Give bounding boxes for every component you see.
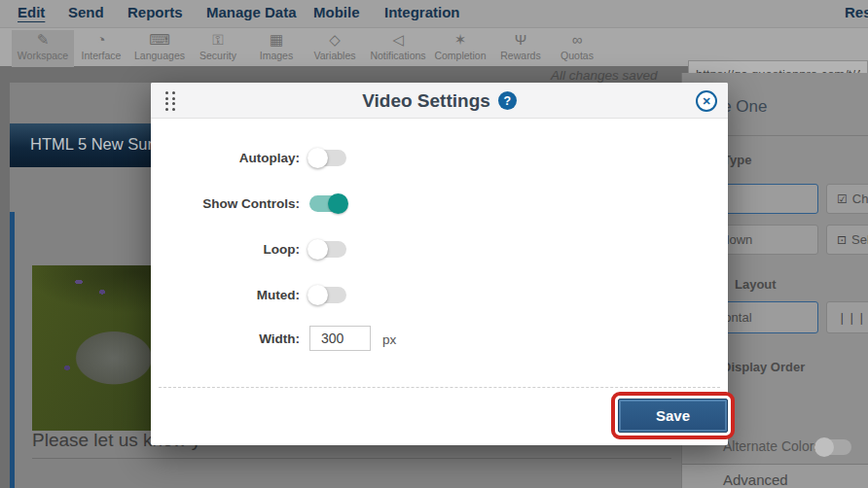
loop-toggle[interactable]: [309, 241, 346, 258]
tool-completion[interactable]: ✶ Completion: [429, 30, 491, 67]
rewards-trophy-icon: Ψ: [489, 30, 552, 50]
select-box-icon: ⊡: [837, 233, 847, 247]
security-key-icon: ⚿: [187, 30, 249, 50]
top-nav: Edit Send Reports Manage Data Mobile Int…: [0, 0, 868, 27]
tool-rewards[interactable]: Ψ Rewards: [489, 30, 552, 67]
footer-divider: [159, 387, 720, 388]
nav-edit[interactable]: Edit: [18, 4, 45, 20]
completion-wand-icon: ✶: [429, 30, 491, 50]
alternate-colors-label: Alternate Colors: [723, 438, 820, 454]
autoplay-toggle[interactable]: [309, 150, 346, 166]
show-controls-toggle[interactable]: [309, 195, 346, 212]
variables-tag-icon: ◇: [304, 30, 366, 50]
show-controls-row: Show Controls:: [151, 195, 728, 215]
notifications-megaphone-icon: ◁: [367, 30, 429, 50]
tool-notifications[interactable]: ◁ Notifications: [367, 30, 429, 67]
muted-toggle[interactable]: [309, 287, 346, 303]
tool-quotas[interactable]: ∞ Quotas: [546, 30, 608, 67]
autosave-status: All changes saved: [551, 68, 658, 83]
width-input[interactable]: [309, 326, 371, 351]
tool-variables[interactable]: ◇ Variables: [304, 30, 366, 67]
modal-title: Video Settings: [362, 90, 490, 112]
workspace-icon: ✎: [12, 30, 74, 50]
video-settings-modal: Video Settings ? ✕ Autoplay: Show Contro…: [151, 83, 728, 445]
layout-section-label: Layout: [735, 277, 777, 292]
languages-icon: ⌨: [128, 30, 191, 50]
width-unit-label: px: [382, 332, 396, 347]
question-divider: [32, 458, 671, 459]
tool-security[interactable]: ⚿ Security: [187, 30, 249, 67]
vertical-bars-icon: ❘❘❘: [837, 311, 866, 325]
tool-workspace[interactable]: ✎ Workspace: [12, 30, 74, 67]
muted-row: Muted:: [151, 287, 728, 306]
questionpro-editor-screen: Edit Send Reports Manage Data Mobile Int…: [0, 0, 868, 488]
autoplay-label: Autoplay:: [151, 150, 300, 167]
nav-integration[interactable]: Integration: [384, 4, 460, 20]
save-highlight-ring: Save: [611, 392, 735, 439]
type-select-button[interactable]: ⊡ Select: [826, 225, 868, 255]
images-icon: ▦: [245, 30, 307, 50]
nav-manage-data[interactable]: Manage Data: [206, 4, 297, 20]
nav-mobile[interactable]: Mobile: [313, 4, 360, 20]
nav-responses[interactable]: Resp: [845, 4, 868, 20]
display-order-label: Display Order: [722, 360, 805, 374]
muted-label: Muted:: [151, 287, 300, 304]
tool-languages[interactable]: ⌨ Languages: [128, 30, 191, 67]
show-controls-label: Show Controls:: [151, 195, 300, 213]
width-row: Width: px: [151, 331, 728, 350]
modal-header: Video Settings ? ✕: [151, 83, 728, 119]
layout-vertical-button[interactable]: ❘❘❘ Vertical: [826, 301, 868, 333]
nav-send[interactable]: Send: [68, 4, 104, 20]
width-label: Width:: [151, 331, 300, 348]
loop-row: Loop:: [151, 241, 728, 261]
alternate-colors-toggle[interactable]: [816, 439, 851, 455]
close-icon[interactable]: ✕: [696, 90, 717, 112]
help-icon[interactable]: ?: [498, 91, 517, 110]
save-button[interactable]: Save: [618, 399, 728, 433]
tool-images[interactable]: ▦ Images: [245, 30, 307, 67]
question-accent-bar: [10, 212, 15, 488]
quotas-chain-icon: ∞: [546, 30, 608, 50]
advanced-section[interactable]: Advanced: [682, 465, 868, 488]
toolbar: ✎ Workspace ◔ Interface ⌨ Languages ⚿ Se…: [0, 27, 868, 66]
type-checkbox-button[interactable]: ☑ Checkbox: [826, 184, 868, 214]
nav-reports[interactable]: Reports: [127, 4, 183, 20]
checkbox-icon: ☑: [837, 192, 848, 206]
autoplay-row: Autoplay:: [151, 150, 728, 169]
loop-label: Loop:: [151, 241, 300, 259]
tool-interface[interactable]: ◔ Interface: [70, 30, 132, 67]
interface-icon: ◔: [70, 30, 132, 50]
advanced-label: Advanced: [723, 471, 788, 488]
